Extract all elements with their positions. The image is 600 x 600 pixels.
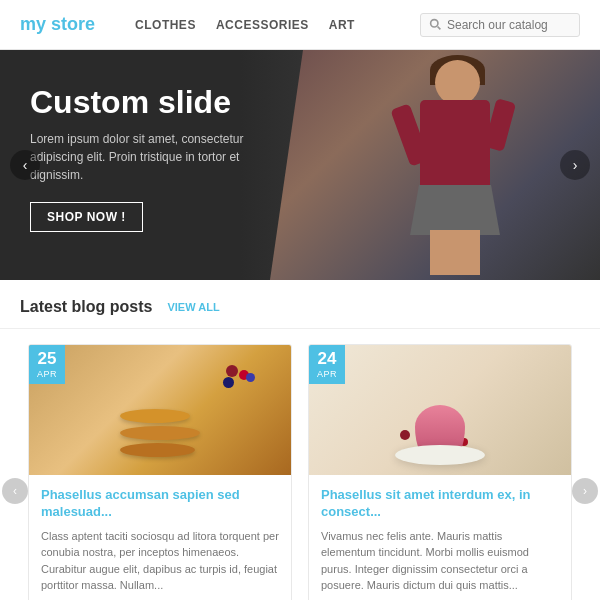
logo[interactable]: my store (20, 14, 95, 35)
blog-day-1: 25 (37, 349, 57, 369)
pancake-stack (120, 409, 200, 460)
blog-next-button[interactable]: › (572, 478, 598, 504)
j-berry-1 (400, 430, 410, 440)
blog-card-2: 24 APR Phasellus sit amet interdum ex, i… (308, 344, 572, 600)
nav-item-art[interactable]: ART (329, 18, 355, 32)
blog-month-2: APR (317, 369, 337, 380)
blog-header: Latest blog posts VIEW ALL (0, 280, 600, 329)
blog-excerpt-1: Class aptent taciti sociosqu ad litora t… (41, 528, 279, 594)
berry-4 (246, 373, 255, 382)
hero-prev-button[interactable]: ‹ (10, 150, 40, 180)
berry-3 (223, 377, 234, 388)
blog-excerpt-2: Vivamus nec felis ante. Mauris mattis el… (321, 528, 559, 594)
blog-day-2: 24 (317, 349, 337, 369)
search-input[interactable] (447, 18, 571, 32)
blog-section-title: Latest blog posts (20, 298, 152, 316)
blog-month-1: APR (37, 369, 57, 380)
blog-title-2[interactable]: Phasellus sit amet interdum ex, in conse… (321, 487, 559, 521)
search-bar[interactable] (420, 13, 580, 37)
blog-prev-icon: ‹ (13, 484, 17, 498)
hero-cta-button[interactable]: SHOP NOW ! (30, 202, 143, 232)
plate (395, 445, 485, 465)
nav-item-accessories[interactable]: ACCESSORIES (216, 18, 309, 32)
blog-prev-button[interactable]: ‹ (2, 478, 28, 504)
hero-slider: Custom slide Lorem ipsum dolor sit amet,… (0, 50, 600, 280)
date-badge-1: 25 APR (29, 345, 65, 384)
berry-1 (226, 365, 238, 377)
person-body (420, 100, 490, 190)
hero-next-button[interactable]: › (560, 150, 590, 180)
pancake-2 (120, 426, 200, 440)
berries-decoration (221, 365, 261, 395)
blog-view-all[interactable]: VIEW ALL (167, 301, 219, 313)
blog-posts-container: ‹ 25 APR (0, 329, 600, 600)
svg-point-0 (431, 20, 438, 27)
person-shape (360, 55, 520, 275)
hero-prev-icon: ‹ (23, 157, 28, 173)
blog-image-2: 24 APR (309, 345, 571, 475)
nav-item-clothes[interactable]: CLOTHES (135, 18, 196, 32)
date-badge-2: 24 APR (309, 345, 345, 384)
logo-my: my (20, 14, 51, 34)
person-head (435, 60, 480, 105)
logo-store: store (51, 14, 95, 34)
blog-title-1[interactable]: Phasellus accumsan sapien sed malesuad..… (41, 487, 279, 521)
pancake-3 (120, 443, 195, 457)
blog-next-icon: › (583, 484, 587, 498)
pancake-1 (120, 409, 190, 423)
blog-image-1: 25 APR (29, 345, 291, 475)
blog-card-1: 25 APR Phasellus accumsan sapien sed mal… (28, 344, 292, 600)
hero-title: Custom slide (30, 85, 290, 120)
svg-line-1 (438, 27, 441, 30)
search-icon (429, 18, 442, 31)
nav: CLOTHES ACCESSORIES ART (135, 18, 420, 32)
hero-description: Lorem ipsum dolor sit amet, consectetur … (30, 130, 290, 184)
person-skirt (410, 185, 500, 235)
hero-next-icon: › (573, 157, 578, 173)
person-legs (430, 230, 480, 275)
blog-body-1: Phasellus accumsan sapien sed malesuad..… (29, 475, 291, 600)
dessert-plate (395, 445, 485, 465)
hero-person (340, 50, 540, 280)
header: my store CLOTHES ACCESSORIES ART (0, 0, 600, 50)
hero-content: Custom slide Lorem ipsum dolor sit amet,… (30, 85, 290, 232)
blog-body-2: Phasellus sit amet interdum ex, in conse… (309, 475, 571, 600)
blog-section: Latest blog posts VIEW ALL ‹ 25 APR (0, 280, 600, 600)
